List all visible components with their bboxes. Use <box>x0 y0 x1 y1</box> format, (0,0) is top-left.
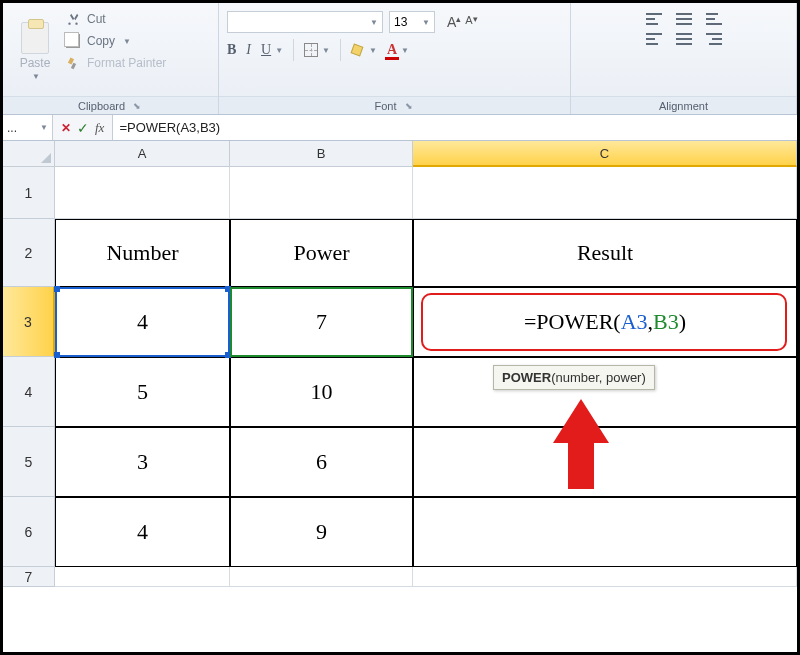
cell-B6[interactable]: 9 <box>230 497 413 567</box>
dialog-launcher-icon[interactable]: ⬊ <box>403 101 415 111</box>
copy-icon <box>65 33 81 49</box>
formula-input[interactable]: =POWER(A3,B3) <box>113 115 797 140</box>
fx-button[interactable]: fx <box>95 120 104 136</box>
cell-A6[interactable]: 4 <box>55 497 230 567</box>
spreadsheet-grid[interactable]: ABC 1234567 NumberPowerResult47=POWER(A3… <box>3 141 797 655</box>
enter-formula-button[interactable]: ✓ <box>77 120 89 136</box>
row-header-1[interactable]: 1 <box>3 167 55 219</box>
cell-B4[interactable]: 10 <box>230 357 413 427</box>
cut-label: Cut <box>87 12 106 26</box>
group-label-alignment: Alignment <box>659 100 708 112</box>
paste-label: Paste <box>20 56 51 70</box>
cell-C6[interactable] <box>413 497 797 567</box>
scissors-icon <box>65 11 81 27</box>
ribbon-group-clipboard: Paste ▼ Cut Copy ▼ Format Painter <box>3 3 219 114</box>
function-tooltip: POWER(number, power) <box>493 365 655 390</box>
group-label-clipboard: Clipboard <box>78 100 125 112</box>
dialog-launcher-icon[interactable]: ⬊ <box>131 101 143 111</box>
separator <box>340 39 341 61</box>
align-top-button[interactable] <box>646 13 662 25</box>
cell-A7[interactable] <box>55 567 230 587</box>
row-header-2[interactable]: 2 <box>3 219 55 287</box>
formula-bar: ... ▼ ✕ ✓ fx =POWER(A3,B3) <box>3 115 797 141</box>
format-painter-button[interactable]: Format Painter <box>65 55 166 71</box>
cell-A5[interactable]: 3 <box>55 427 230 497</box>
border-icon <box>304 43 318 57</box>
border-button[interactable]: ▼ <box>304 43 330 57</box>
cell-A4[interactable]: 5 <box>55 357 230 427</box>
chevron-down-icon: ▼ <box>370 18 378 27</box>
ribbon-group-alignment: Alignment <box>571 3 797 114</box>
cell-B2[interactable]: Power <box>230 219 413 287</box>
cell-C2[interactable]: Result <box>413 219 797 287</box>
cell-B7[interactable] <box>230 567 413 587</box>
align-center-button[interactable] <box>676 33 692 45</box>
font-color-button[interactable]: A▼ <box>387 42 409 58</box>
align-bottom-button[interactable] <box>706 13 722 25</box>
font-size-select[interactable]: 13 ▼ <box>389 11 435 33</box>
ribbon: Paste ▼ Cut Copy ▼ Format Painter <box>3 3 797 115</box>
grow-font-button[interactable]: A▴ <box>447 14 461 30</box>
row-header-5[interactable]: 5 <box>3 427 55 497</box>
cell-B1[interactable] <box>230 167 413 219</box>
copy-label: Copy <box>87 34 115 48</box>
row-header-4[interactable]: 4 <box>3 357 55 427</box>
chevron-down-icon: ▼ <box>123 37 131 46</box>
cell-A1[interactable] <box>55 167 230 219</box>
cell-C3[interactable]: =POWER(A3,B3) <box>413 287 797 357</box>
cell-C1[interactable] <box>413 167 797 219</box>
fill-color-button[interactable]: ▼ <box>351 43 377 57</box>
chevron-down-icon: ▼ <box>422 18 430 27</box>
cell-B3[interactable]: 7 <box>230 287 413 357</box>
align-left-button[interactable] <box>646 33 662 45</box>
chevron-down-icon: ▼ <box>40 123 48 132</box>
row-header-7[interactable]: 7 <box>3 567 55 587</box>
bucket-icon <box>351 43 365 57</box>
copy-button[interactable]: Copy ▼ <box>65 33 166 49</box>
brush-icon <box>65 55 81 71</box>
column-header-C[interactable]: C <box>413 141 797 167</box>
chevron-down-icon: ▼ <box>32 72 40 81</box>
paste-icon <box>21 22 49 54</box>
paste-button[interactable]: Paste ▼ <box>11 7 59 96</box>
align-right-button[interactable] <box>706 33 722 45</box>
italic-button[interactable]: I <box>246 42 251 58</box>
cell-B5[interactable]: 6 <box>230 427 413 497</box>
row-header-3[interactable]: 3 <box>3 287 55 357</box>
column-header-A[interactable]: A <box>55 141 230 167</box>
group-label-font: Font <box>374 100 396 112</box>
font-name-select[interactable]: ▼ <box>227 11 383 33</box>
separator <box>293 39 294 61</box>
name-box[interactable]: ... ▼ <box>3 115 53 140</box>
cell-C7[interactable] <box>413 567 797 587</box>
cancel-formula-button[interactable]: ✕ <box>61 121 71 135</box>
cell-A3[interactable]: 4 <box>55 287 230 357</box>
format-painter-label: Format Painter <box>87 56 166 70</box>
row-header-6[interactable]: 6 <box>3 497 55 567</box>
column-header-B[interactable]: B <box>230 141 413 167</box>
font-size-value: 13 <box>394 15 407 29</box>
bold-button[interactable]: B <box>227 42 236 58</box>
ribbon-group-font: ▼ 13 ▼ A▴ A▾ B I U▼ ▼ ▼ A▼ <box>219 3 571 114</box>
cut-button[interactable]: Cut <box>65 11 166 27</box>
cell-A2[interactable]: Number <box>55 219 230 287</box>
align-middle-button[interactable] <box>676 13 692 25</box>
shrink-font-button[interactable]: A▾ <box>465 14 477 30</box>
select-all-corner[interactable] <box>3 141 55 167</box>
underline-button[interactable]: U▼ <box>261 42 283 58</box>
annotation-arrow <box>553 399 609 489</box>
